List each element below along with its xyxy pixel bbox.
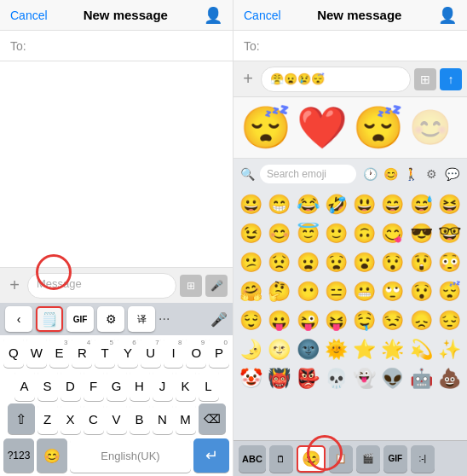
keyboard-back-button[interactable]: ‹ [5,306,32,332]
key-delete[interactable]: ⌫ [199,403,226,434]
keyboard-mic-button[interactable]: 🎤 [210,311,228,328]
key-emoji-globe[interactable]: 😊 [37,438,67,473]
emoji-😇[interactable]: 😇 [294,220,321,247]
emoji-🌝[interactable]: 🌝 [266,336,293,363]
keyboard-emoji-sticker-button[interactable]: 🗒️ [36,306,63,332]
emoji-bottom-video[interactable]: 🎬 [356,445,380,473]
key-D[interactable]: D [61,370,81,401]
emoji-😶[interactable]: 😶 [294,278,321,305]
emoji-😬[interactable]: 😬 [351,278,378,305]
keyboard-gif-button[interactable]: GIF [66,306,94,332]
emoji-😅[interactable]: 😅 [407,191,435,218]
emoji-😯[interactable]: 😯 [379,249,406,276]
key-J[interactable]: J [153,370,173,401]
key-T[interactable]: T5 [95,337,115,368]
emoji-chat-icon[interactable]: 💬 [443,167,460,181]
left-plus-button[interactable]: + [5,276,24,295]
emoji-🤗[interactable]: 🤗 [238,278,265,305]
emoji-🙄[interactable]: 🙄 [379,278,406,305]
emoji-😧[interactable]: 😧 [322,249,349,276]
key-H[interactable]: H [130,370,150,401]
emoji-😳[interactable]: 😳 [435,249,463,276]
key-W[interactable]: W [26,337,47,368]
emoji-🤖[interactable]: 🤖 [407,365,435,392]
emoji-🙂[interactable]: 🙂 [322,220,349,247]
left-message-input[interactable]: Message [27,273,176,299]
key-num[interactable]: ?123 [3,438,34,473]
emoji-bottom-abc[interactable]: ABC [239,445,266,473]
emoji-😑[interactable]: 😑 [322,278,349,305]
emoji-settings-icon[interactable]: ⚙ [423,167,440,181]
right-add-contact-icon[interactable]: 👤 [438,6,457,25]
add-contact-icon[interactable]: 👤 [204,6,222,25]
key-A[interactable]: A [14,370,35,401]
emoji-🤡[interactable]: 🤡 [238,365,265,392]
key-X[interactable]: X [61,403,81,434]
emoji-🤓[interactable]: 🤓 [435,220,463,247]
emoji-😀[interactable]: 😀 [238,191,265,218]
key-F[interactable]: F [84,370,104,401]
keyboard-settings-button[interactable]: ⚙ [97,306,124,332]
emoji-😛[interactable]: 😛 [266,307,293,334]
emoji-😂[interactable]: 😂 [294,191,321,218]
key-Y[interactable]: Y6 [118,337,138,368]
keyboard-more-button[interactable]: ··· [159,311,170,327]
emoji-💀[interactable]: 💀 [322,365,349,392]
emoji-preview-sleep[interactable]: 😴 [240,107,291,148]
key-M[interactable]: M [176,403,196,434]
emoji-👽[interactable]: 👽 [379,365,406,392]
key-G[interactable]: G [107,370,127,401]
keyboard-translate-button[interactable]: 译 [128,306,155,332]
right-message-input[interactable]: 😤😦😢😴 [261,67,411,92]
emoji-bottom-clipboard[interactable]: 📋 [329,445,353,473]
right-send-button[interactable]: ↑ [440,68,462,90]
emoji-🌛[interactable]: 🌛 [238,336,265,363]
emoji-✨[interactable]: ✨ [435,336,463,363]
emoji-😲[interactable]: 😲 [407,249,435,276]
right-plus-button[interactable]: + [239,69,257,89]
emoji-👹[interactable]: 👹 [266,365,293,392]
emoji-😁[interactable]: 😁 [266,191,293,218]
emoji-😋[interactable]: 😋 [379,220,406,247]
right-camera-button[interactable]: ⊞ [414,68,436,90]
emoji-🤤[interactable]: 🤤 [351,307,378,334]
left-cancel-button[interactable]: Cancel [10,9,48,22]
key-U[interactable]: U7 [141,337,161,368]
emoji-🤔[interactable]: 🤔 [266,278,293,305]
key-N[interactable]: N [153,403,173,434]
emoji-preview-heart[interactable]: ❤️ [297,107,348,148]
emoji-👻[interactable]: 👻 [351,365,378,392]
emoji-bottom-emoticon[interactable]: :-| [411,445,435,473]
key-Z[interactable]: Z [37,403,58,434]
key-S[interactable]: S [37,370,58,401]
left-camera-button[interactable]: ⊞ [180,275,202,297]
key-K[interactable]: K [176,370,196,401]
emoji-person-icon[interactable]: 🚶 [402,167,419,181]
emoji-😊[interactable]: 😊 [266,220,293,247]
key-P[interactable]: P0 [209,337,229,368]
emoji-🌟[interactable]: 🌟 [379,336,406,363]
emoji-😦[interactable]: 😦 [294,249,321,276]
emoji-😌[interactable]: 😌 [238,307,265,334]
emoji-bottom-smiley[interactable]: 😊 [297,445,326,473]
emoji-recent-icon[interactable]: 🕐 [361,167,378,181]
key-enter[interactable]: ↵ [193,438,229,473]
emoji-face-icon[interactable]: 😊 [382,167,399,181]
emoji-😴[interactable]: 😴 [435,278,463,305]
left-voice-button[interactable]: 🎤 [205,275,228,297]
emoji-😎[interactable]: 😎 [407,220,435,247]
emoji-🤣[interactable]: 🤣 [322,191,349,218]
emoji-💫[interactable]: 💫 [407,336,435,363]
emoji-😕[interactable]: 😕 [238,249,265,276]
emoji-preview-sleep2[interactable]: 😴 [353,107,404,148]
emoji-👺[interactable]: 👺 [294,365,321,392]
key-O[interactable]: O9 [186,337,206,368]
emoji-bottom-gif[interactable]: GIF [383,445,407,473]
emoji-😟[interactable]: 😟 [266,249,293,276]
emoji-🙃[interactable]: 🙃 [351,220,378,247]
emoji-⭐[interactable]: ⭐ [351,336,378,363]
key-B[interactable]: B [130,403,150,434]
emoji-bottom-sticker[interactable]: 🗒 [269,445,293,473]
key-C[interactable]: C [84,403,104,434]
emoji-😄[interactable]: 😄 [379,191,406,218]
